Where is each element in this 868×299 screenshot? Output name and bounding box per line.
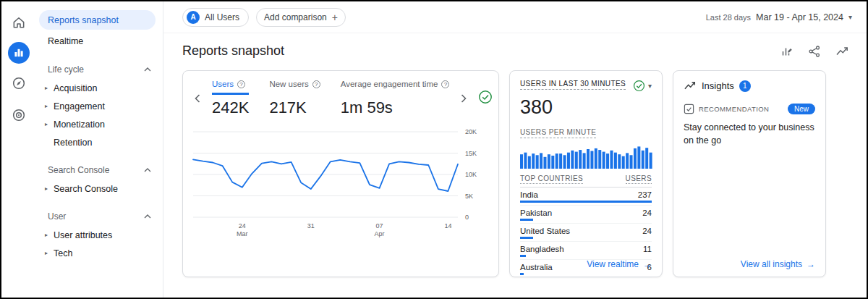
data-quality-check-icon[interactable]	[478, 90, 493, 104]
sidebar-item-retention[interactable]: ▸ Retention	[36, 133, 163, 151]
country-bar	[520, 201, 652, 203]
info-icon[interactable]: ?	[237, 80, 245, 88]
users-per-minute-chart	[520, 143, 653, 169]
sidebar-item-label: Search Console	[54, 184, 118, 194]
svg-text:14: 14	[444, 222, 451, 229]
expand-arrow-icon: ▸	[42, 250, 51, 256]
country-name: United States	[520, 227, 570, 235]
check-circle-icon	[633, 80, 645, 92]
sidebar-item-acquisition[interactable]: ▸ Acquisition	[36, 79, 163, 97]
arrow-right-icon: →	[643, 259, 652, 269]
sidebar-section-life-cycle[interactable]: Life cycle	[36, 59, 163, 79]
expand-arrow-icon: ▸	[42, 85, 51, 91]
metric-value: 1m 59s	[341, 98, 450, 117]
sidebar-item-user-attributes[interactable]: ▸ User attributes	[36, 226, 163, 244]
share-icon[interactable]	[808, 45, 821, 58]
advertising-icon[interactable]	[7, 103, 31, 127]
segment-badge: A	[187, 11, 200, 24]
users-header: USERS	[626, 174, 652, 184]
sidebar-item-label: Reports snapshot	[48, 15, 119, 25]
add-comparison-button[interactable]: Add comparison +	[256, 8, 346, 27]
sidebar-item-tech[interactable]: ▸ Tech	[36, 244, 163, 262]
explore-icon[interactable]	[7, 71, 31, 96]
sidebar-item-search-console[interactable]: ▸ Search Console	[36, 180, 163, 198]
arrow-right-icon: →	[807, 259, 815, 269]
insights-card: Insights 1 RECOMMENDATION New Stay conne…	[673, 70, 826, 277]
home-icon[interactable]	[7, 10, 31, 35]
insights-count-badge: 1	[739, 80, 751, 92]
country-name: Australia	[520, 263, 553, 271]
segment-label: All Users	[205, 12, 239, 22]
country-row: United States 24	[520, 224, 652, 242]
country-bar	[520, 237, 533, 239]
expand-arrow-icon: ▸	[42, 232, 51, 238]
svg-text:31: 31	[307, 222, 315, 229]
date-range-selector[interactable]: Last 28 days Mar 19 - Apr 15, 2024 ▾	[706, 12, 852, 22]
cards-row: Users ? 242K New users ? 217K	[163, 59, 867, 277]
info-icon[interactable]: ?	[441, 80, 449, 88]
metric-tab-avg-engagement-time[interactable]: Average engagement time ? 1m 59s	[341, 80, 450, 117]
sidebar-item-label: Monetization	[54, 119, 105, 130]
page-header: Reports snapshot	[163, 33, 867, 59]
svg-text:15K: 15K	[465, 150, 477, 157]
plus-icon: +	[332, 12, 338, 23]
chevron-up-icon	[144, 67, 151, 72]
customize-report-icon[interactable]	[780, 45, 793, 58]
country-name: India	[520, 190, 538, 199]
sidebar-section-user[interactable]: User	[36, 206, 163, 226]
svg-text:5K: 5K	[465, 193, 473, 200]
chevron-up-icon	[144, 168, 151, 172]
realtime-title: USERS IN LAST 30 MINUTES	[520, 80, 626, 90]
metric-label: New users	[269, 80, 308, 88]
sidebar-item-label: Retention	[54, 138, 93, 148]
expand-arrow-icon: ▸	[42, 121, 51, 127]
chevron-right-icon[interactable]	[455, 90, 472, 107]
chevron-up-icon	[144, 214, 151, 219]
metric-tab-new-users[interactable]: New users ? 217K	[269, 80, 320, 117]
reports-icon[interactable]	[8, 42, 30, 64]
insights-icon	[684, 80, 697, 92]
sidebar-item-monetization[interactable]: ▸ Monetization	[36, 115, 163, 133]
section-label: User	[48, 211, 66, 222]
sidebar-section-search-console[interactable]: Search Console	[36, 160, 163, 180]
svg-text:Mar: Mar	[237, 230, 248, 237]
recommendation-label: RECOMMENDATION	[699, 105, 769, 113]
metric-label: Users	[212, 80, 234, 88]
info-icon[interactable]: ?	[312, 80, 320, 88]
metric-value: 242K	[212, 98, 249, 117]
add-comparison-label: Add comparison	[264, 12, 327, 22]
country-users: 24	[642, 227, 652, 235]
sidebar-item-engagement[interactable]: ▸ Engagement	[36, 97, 163, 115]
overview-card: Users ? 242K New users ? 217K	[182, 70, 499, 277]
chevron-left-icon[interactable]	[189, 90, 206, 107]
metric-tab-users[interactable]: Users ? 242K	[212, 80, 249, 117]
country-bar	[520, 219, 533, 221]
view-realtime-link[interactable]: View realtime →	[587, 259, 652, 269]
metric-value: 217K	[269, 98, 320, 117]
chevron-down-icon: ▾	[648, 82, 652, 90]
country-bar	[520, 273, 524, 275]
link-label: View all insights	[741, 259, 802, 269]
segment-all-users-pill[interactable]: A All Users	[182, 8, 249, 27]
users-line-chart[interactable]: 05K10K15K20K24Mar3107Apr14	[189, 125, 491, 245]
svg-text:10K: 10K	[465, 171, 477, 178]
svg-text:07: 07	[376, 222, 383, 229]
users-last-30-min-value: 380	[520, 96, 652, 119]
insights-title: Insights	[702, 80, 734, 91]
svg-text:24: 24	[239, 222, 246, 229]
country-row: India 237	[520, 188, 652, 206]
sidebar-item-label: Tech	[54, 248, 72, 258]
sidebar-item-reports-snapshot[interactable]: Reports snapshot	[39, 10, 156, 30]
insight-message[interactable]: Stay connected to your business on the g…	[684, 121, 815, 147]
top-countries-header: TOP COUNTRIES	[520, 174, 583, 184]
country-row: Bangladesh 11	[520, 242, 652, 260]
realtime-card: USERS IN LAST 30 MINUTES ▾ 380 USERS PER…	[509, 70, 663, 277]
section-label: Life cycle	[48, 64, 84, 75]
svg-text:0: 0	[465, 214, 469, 221]
sidebar-item-realtime[interactable]: Realtime	[36, 31, 163, 51]
view-all-insights-link[interactable]: View all insights →	[741, 259, 815, 269]
date-range-value: Mar 19 - Apr 15, 2024	[756, 12, 843, 22]
country-name: Pakistan	[520, 209, 552, 217]
realtime-status-dropdown[interactable]: ▾	[633, 80, 652, 92]
insights-icon[interactable]	[835, 45, 849, 58]
